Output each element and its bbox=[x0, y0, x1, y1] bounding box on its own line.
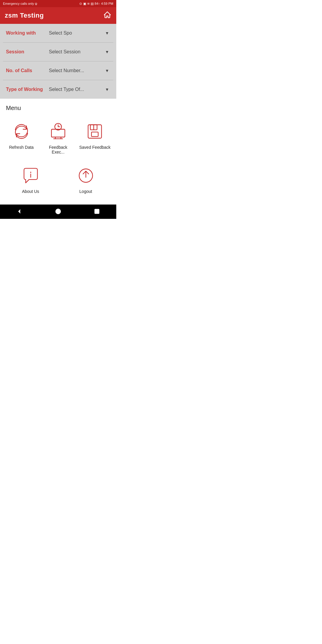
calls-row: No. of Calls Select Number... ▼ bbox=[0, 61, 116, 80]
calls-arrow: ▼ bbox=[105, 68, 109, 73]
svg-point-15 bbox=[56, 209, 61, 214]
working-with-arrow: ▼ bbox=[105, 31, 109, 35]
saved-feedback-icon bbox=[84, 121, 105, 142]
session-select[interactable]: Select Session ▼ bbox=[48, 49, 110, 55]
menu-grid-row1: Refresh Data Feedback Exec... bbox=[0, 116, 116, 160]
status-left: Emergency calls only ψ bbox=[3, 2, 37, 5]
menu-item-logout[interactable]: Logout bbox=[58, 160, 113, 200]
status-bar: Emergency calls only ψ ⊙ ▣ ≋ ▤ 84↑ 4:59 … bbox=[0, 0, 116, 7]
calls-label: No. of Calls bbox=[6, 68, 48, 73]
svg-rect-9 bbox=[92, 132, 98, 137]
logout-label: Logout bbox=[79, 189, 92, 194]
recent-apps-button[interactable] bbox=[88, 206, 106, 218]
refresh-label: Refresh Data bbox=[9, 145, 33, 150]
working-with-value: Select Spo bbox=[49, 30, 72, 36]
menu-item-refresh[interactable]: Refresh Data bbox=[3, 116, 40, 160]
type-arrow: ▼ bbox=[105, 87, 109, 92]
session-row: Session Select Session ▼ bbox=[0, 43, 116, 61]
battery-icon: ▣ ≋ ▤ 84↑ bbox=[83, 2, 100, 6]
location-icon: ⊙ bbox=[79, 2, 82, 6]
type-select[interactable]: Select Type Of... ▼ bbox=[48, 87, 110, 92]
type-value: Select Type Of... bbox=[49, 87, 84, 92]
calls-value: Select Number... bbox=[49, 68, 84, 73]
time: 4:59 PM bbox=[101, 2, 113, 5]
bottom-nav bbox=[0, 205, 116, 219]
app-title: zsm Testing bbox=[5, 12, 44, 19]
svg-point-11 bbox=[30, 172, 31, 173]
working-with-select[interactable]: Select Spo ▼ bbox=[48, 30, 110, 36]
refresh-icon bbox=[11, 121, 32, 142]
type-label: Type of Working bbox=[6, 87, 48, 92]
menu-item-saved-feedback[interactable]: Saved Feedback bbox=[77, 116, 113, 160]
home-icon[interactable] bbox=[103, 11, 112, 20]
status-right: ⊙ ▣ ≋ ▤ 84↑ 4:59 PM bbox=[79, 2, 113, 6]
about-us-label: About Us bbox=[22, 189, 39, 194]
home-circle-button[interactable] bbox=[49, 206, 67, 218]
session-value: Select Session bbox=[49, 49, 80, 55]
calls-select[interactable]: Select Number... ▼ bbox=[48, 68, 110, 73]
menu-item-about-us[interactable]: About Us bbox=[3, 160, 58, 200]
working-with-row: Working with Select Spo ▼ bbox=[0, 24, 116, 42]
session-arrow: ▼ bbox=[105, 49, 109, 54]
form-area: Working with Select Spo ▼ Session Select… bbox=[0, 24, 116, 99]
menu-title: Menu bbox=[0, 105, 116, 116]
menu-item-feedback-exec[interactable]: Feedback Exec... bbox=[40, 116, 76, 160]
feedback-exec-icon bbox=[48, 121, 69, 142]
logout-icon bbox=[75, 165, 96, 186]
working-with-label: Working with bbox=[6, 30, 48, 36]
saved-feedback-label: Saved Feedback bbox=[79, 145, 111, 150]
feedback-exec-label: Feedback Exec... bbox=[42, 145, 74, 154]
about-us-icon bbox=[20, 165, 41, 186]
back-button[interactable] bbox=[10, 206, 29, 218]
session-label: Session bbox=[6, 49, 48, 55]
menu-section: Menu Refresh Data bbox=[0, 99, 116, 205]
app-bar: zsm Testing bbox=[0, 7, 116, 24]
menu-grid-row2: About Us Logout bbox=[0, 160, 116, 200]
svg-rect-16 bbox=[95, 209, 99, 213]
type-row: Type of Working Select Type Of... ▼ bbox=[0, 80, 116, 99]
